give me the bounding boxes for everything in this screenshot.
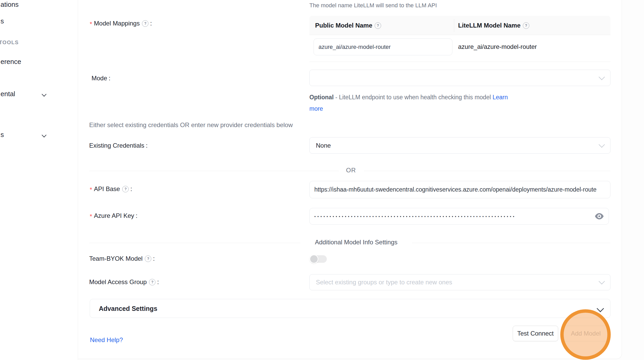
chevron-down-icon: [599, 278, 605, 284]
required-asterisk: *: [90, 187, 92, 193]
existing-credentials-select[interactable]: None: [309, 137, 610, 154]
add-model-page: ations s TOOLS erence ental s The model …: [0, 0, 644, 360]
additional-divider-line-left: [89, 243, 300, 243]
sidebar-item-ations[interactable]: ations: [1, 1, 18, 9]
required-asterisk: *: [90, 213, 92, 220]
column-header-label: Public Model Name: [315, 22, 372, 29]
column-divider: [454, 19, 454, 32]
additional-divider-line-right: [412, 243, 610, 243]
model-access-group-placeholder: Select existing groups or type to create…: [316, 279, 452, 286]
optional-bold: Optional: [309, 94, 334, 101]
label-text: Team-BYOK Model: [89, 255, 142, 262]
existing-credentials-label: Existing Credentials :: [89, 142, 148, 149]
mode-label: Mode :: [92, 75, 110, 82]
advanced-settings-panel[interactable]: Advanced Settings: [90, 299, 610, 318]
label-colon: :: [157, 278, 159, 286]
eye-icon[interactable]: [595, 213, 604, 220]
label-colon: :: [150, 20, 152, 27]
label-colon: :: [109, 75, 110, 82]
help-icon[interactable]: ?: [122, 186, 129, 192]
team-byok-toggle[interactable]: [310, 255, 327, 263]
chevron-down-icon: [597, 305, 604, 312]
team-byok-label: Team-BYOK Model ? :: [89, 255, 155, 262]
label-colon: :: [146, 142, 148, 149]
sidebar-item-s1[interactable]: s: [1, 17, 4, 25]
label-text: API Base: [94, 185, 120, 193]
sidebar-item-ental[interactable]: ental: [1, 90, 15, 98]
help-icon[interactable]: ?: [375, 22, 381, 29]
sidebar-item-label: ental: [1, 90, 15, 98]
sidebar-item-label: s: [1, 17, 4, 25]
or-divider-line-left: [89, 171, 339, 171]
api-base-label: * API Base ? :: [90, 185, 132, 193]
label-text: Model Access Group: [89, 278, 147, 286]
chevron-down-icon: [42, 133, 46, 137]
credentials-note: Either select existing credentials OR en…: [89, 121, 293, 129]
sidebar-item-label: s: [1, 131, 4, 139]
azure-api-key-label: * Azure API Key :: [90, 212, 138, 219]
model-mappings-label: * Model Mappings ? :: [90, 20, 152, 27]
sidebar-section-tools: TOOLS: [0, 40, 19, 45]
sidebar-item-label: erence: [1, 58, 21, 66]
sidebar-item-label: ations: [1, 1, 18, 9]
or-divider-line-right: [364, 171, 610, 171]
label-colon: :: [130, 185, 132, 193]
column-header-litellm-model-name: LiteLLM Model Name ?: [458, 16, 529, 35]
public-model-name-input[interactable]: [314, 38, 452, 55]
help-icon[interactable]: ?: [142, 20, 148, 27]
add-model-button[interactable]: Add Model: [562, 326, 609, 341]
need-help-link[interactable]: Need Help?: [90, 336, 123, 344]
advanced-settings-label: Advanced Settings: [99, 305, 157, 312]
label-text: Existing Credentials: [89, 142, 144, 149]
column-header-label: LiteLLM Model Name: [458, 22, 521, 29]
sidebar-item-s2[interactable]: s: [1, 131, 4, 139]
azure-api-key-input[interactable]: ••••••••••••••••••••••••••••••••••••••••…: [309, 208, 609, 225]
help-icon[interactable]: ?: [145, 256, 151, 262]
api-base-input[interactable]: [309, 181, 610, 198]
model-access-group-label: Model Access Group ? :: [89, 278, 159, 286]
chevron-down-icon: [599, 141, 605, 148]
test-connect-button[interactable]: Test Connect: [513, 326, 558, 341]
label-text: Mode: [92, 75, 107, 82]
label-colon: :: [153, 255, 155, 262]
chevron-down-icon: [42, 92, 46, 96]
sidebar-item-erence[interactable]: erence: [1, 58, 21, 66]
mode-select[interactable]: [309, 70, 610, 86]
label-text: Azure API Key: [94, 212, 134, 219]
sidebar: ations s TOOLS erence ental s: [0, 0, 78, 360]
label-colon: :: [136, 212, 138, 219]
litellm-model-name-value: azure_ai/azure-model-router: [458, 43, 537, 50]
toggle-knob: [309, 254, 318, 264]
or-divider-text: OR: [346, 167, 356, 174]
sidebar-section-label: TOOLS: [0, 40, 19, 45]
label-text: Model Mappings: [94, 20, 140, 27]
model-access-group-select[interactable]: Select existing groups or type to create…: [309, 274, 610, 290]
optional-text: - LiteLLM endpoint to use when health ch…: [334, 94, 492, 101]
additional-divider-text: Additional Model Info Settings: [300, 239, 412, 246]
model-name-helper-text: The model name LiteLLM will send to the …: [309, 2, 437, 9]
chevron-down-icon: [599, 74, 605, 80]
table-bottom-border: [309, 62, 610, 62]
help-icon[interactable]: ?: [149, 279, 155, 285]
existing-credentials-value: None: [316, 142, 331, 149]
help-icon[interactable]: ?: [523, 22, 529, 29]
required-asterisk: *: [90, 21, 92, 27]
mode-optional-note: Optional - LiteLLM endpoint to use when …: [309, 91, 523, 114]
masked-password-value: ••••••••••••••••••••••••••••••••••••••••…: [314, 214, 582, 219]
column-header-public-model-name: Public Model Name ?: [315, 16, 381, 35]
